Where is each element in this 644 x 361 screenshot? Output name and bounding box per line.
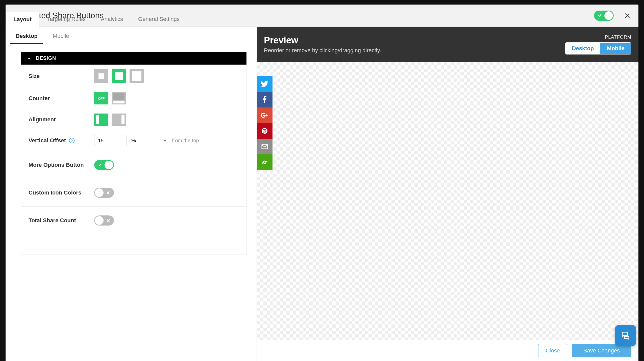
align-left[interactable] bbox=[94, 114, 108, 126]
preview-canvas bbox=[257, 62, 638, 361]
share-googleplus[interactable] bbox=[257, 107, 273, 123]
vertical-offset-input[interactable] bbox=[94, 135, 122, 146]
settings-panel: Desktop Mobile DESIGN Size bbox=[6, 27, 257, 361]
total-share-count-label: Total Share Count bbox=[29, 217, 94, 224]
close-button[interactable]: Close bbox=[538, 344, 567, 357]
size-small[interactable] bbox=[94, 69, 108, 83]
preview-subtitle: Reorder or remove by clicking/dragging d… bbox=[264, 47, 381, 54]
preview-title: Preview bbox=[264, 35, 381, 46]
more-options-label: More Options Button bbox=[29, 162, 94, 168]
total-share-count-toggle[interactable]: ✕ bbox=[94, 215, 114, 226]
size-medium[interactable] bbox=[112, 69, 126, 83]
share-twitter[interactable] bbox=[257, 76, 273, 92]
tab-layout[interactable]: Layout bbox=[6, 12, 39, 27]
device-tabs: Desktop Mobile bbox=[6, 27, 257, 44]
share-more[interactable] bbox=[257, 154, 273, 170]
footer: Close Save Changes bbox=[257, 340, 638, 361]
preview-panel: Preview Reorder or remove by clicking/dr… bbox=[257, 27, 638, 361]
design-section-label: DESIGN bbox=[36, 55, 56, 61]
chat-fab[interactable] bbox=[615, 325, 636, 346]
custom-icon-colors-label: Custom Icon Colors bbox=[29, 189, 94, 196]
device-tab-mobile[interactable]: Mobile bbox=[53, 33, 69, 44]
help-icon[interactable]: ? bbox=[69, 138, 75, 143]
size-label: Size bbox=[29, 73, 94, 79]
settings-scroll[interactable]: DESIGN Size Counter OFF bbox=[6, 44, 257, 361]
chevron-down-icon bbox=[27, 56, 31, 61]
counter-on[interactable] bbox=[112, 92, 126, 104]
close-icon[interactable] bbox=[624, 12, 631, 19]
vertical-offset-hint: from the top bbox=[172, 138, 199, 144]
platform-mobile-button[interactable]: Mobile bbox=[600, 43, 631, 54]
modal: Floated Share Buttons Layout Targeting R… bbox=[6, 5, 638, 361]
size-large[interactable] bbox=[130, 69, 144, 83]
share-pinterest[interactable] bbox=[257, 123, 273, 139]
platform-segmented: Desktop Mobile bbox=[565, 42, 631, 54]
device-tab-desktop[interactable]: Desktop bbox=[16, 33, 38, 44]
share-facebook[interactable] bbox=[257, 92, 273, 107]
tab-general-settings[interactable]: General Settings bbox=[131, 12, 187, 26]
tab-analytics[interactable]: Analytics bbox=[93, 12, 131, 26]
main-tabs: Layout Targeting Rules Analytics General… bbox=[6, 12, 187, 26]
align-right[interactable] bbox=[112, 114, 126, 126]
custom-icon-colors-toggle[interactable]: ✕ bbox=[94, 188, 114, 198]
share-buttons-column bbox=[257, 76, 273, 170]
tab-targeting-rules[interactable]: Targeting Rules bbox=[39, 12, 93, 26]
modal-header: Floated Share Buttons Layout Targeting R… bbox=[6, 5, 638, 27]
counter-off[interactable]: OFF bbox=[94, 92, 108, 104]
vertical-offset-label: Vertical Offset ? bbox=[29, 137, 94, 144]
platform-desktop-button[interactable]: Desktop bbox=[565, 43, 601, 54]
platform-label: PLATFORM bbox=[565, 35, 631, 40]
save-changes-button[interactable]: Save Changes bbox=[572, 344, 631, 357]
preview-header: Preview Reorder or remove by clicking/dr… bbox=[257, 27, 638, 62]
counter-label: Counter bbox=[29, 95, 94, 102]
more-options-toggle[interactable] bbox=[94, 160, 114, 170]
alignment-label: Alignment bbox=[29, 116, 94, 123]
share-email[interactable] bbox=[257, 139, 273, 154]
feature-enable-toggle[interactable] bbox=[594, 11, 614, 21]
vertical-offset-unit-select[interactable]: % bbox=[127, 135, 167, 146]
design-section-header[interactable]: DESIGN bbox=[21, 52, 246, 65]
